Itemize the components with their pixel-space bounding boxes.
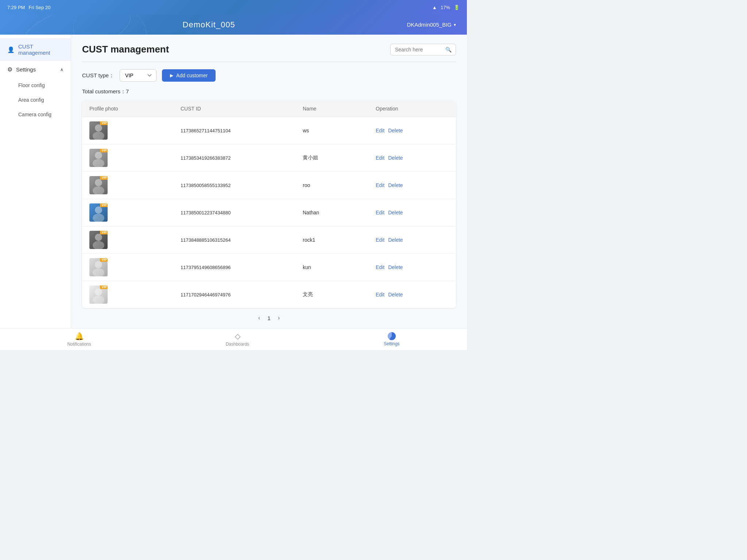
vip-badge: VIP [100, 203, 108, 207]
add-customer-button[interactable]: ▶ Add customer [162, 69, 216, 82]
table-row: VIP 1171702946446974976 文亮 Edit Delete [82, 281, 456, 308]
delete-button[interactable]: Delete [388, 264, 403, 270]
nav-dashboards[interactable]: ◇ Dashboards [226, 332, 249, 347]
operation-cell: Edit Delete [376, 128, 449, 133]
table-row: VIP 1173853419266383872 黄小姐 Edit Delete [82, 144, 456, 172]
profile-cell: VIP [89, 231, 181, 249]
delete-button[interactable]: Delete [388, 155, 403, 161]
sidebar-item-settings[interactable]: ⚙ Settings ∧ [0, 61, 71, 78]
profile-cell: VIP [89, 149, 181, 167]
name-cell: Nathan [303, 210, 376, 215]
svg-point-8 [95, 234, 102, 241]
camera-config-label: Camera config [18, 112, 51, 117]
delete-button[interactable]: Delete [388, 292, 403, 298]
floor-config-label: Floor config [18, 82, 45, 88]
table-row: VIP 1173850058555133952 roo Edit Delete [82, 172, 456, 199]
cust-id-cell: 1173850058555133952 [181, 183, 303, 188]
main-layout: 👤 CUST management ⚙ Settings ∧ Floor con… [0, 35, 467, 328]
svg-point-4 [95, 179, 102, 186]
area-config-label: Area config [18, 97, 44, 103]
svg-point-0 [95, 124, 102, 132]
vip-badge: VIP [100, 121, 108, 125]
avatar: VIP [89, 285, 108, 304]
svg-point-11 [93, 268, 104, 276]
svg-point-1 [93, 132, 104, 140]
avatar: VIP [89, 231, 108, 249]
chevron-up-icon: ∧ [60, 67, 63, 72]
edit-button[interactable]: Edit [376, 264, 384, 270]
name-cell: rock1 [303, 237, 376, 243]
user-menu[interactable]: DKAdmin005_BIG ▾ [407, 22, 456, 28]
svg-point-6 [95, 206, 102, 214]
sidebar-item-area-config[interactable]: Area config [0, 93, 71, 107]
sidebar-item-floor-config[interactable]: Floor config [0, 78, 71, 93]
nav-settings[interactable]: Settings [384, 332, 399, 346]
current-page: 1 [267, 315, 270, 321]
col-profile-photo: Profile photo [89, 106, 181, 112]
pie-chart-icon [388, 332, 396, 340]
vip-badge: VIP [100, 285, 108, 289]
next-page-button[interactable]: › [278, 315, 280, 321]
controls-row: CUST type： VIP Regular ▶ Add customer [82, 69, 456, 82]
avatar: VIP [89, 121, 108, 140]
profile-cell: VIP [89, 285, 181, 304]
cust-id-cell: 1173853419266383872 [181, 155, 303, 161]
edit-button[interactable]: Edit [376, 128, 384, 133]
vip-badge: VIP [100, 258, 108, 262]
edit-button[interactable]: Edit [376, 182, 384, 188]
nav-notifications[interactable]: 🔔 Notifications [67, 332, 91, 347]
chevron-down-icon: ▾ [454, 22, 456, 27]
play-icon: ▶ [170, 73, 173, 78]
sidebar-item-camera-config[interactable]: Camera config [0, 107, 71, 122]
operation-cell: Edit Delete [376, 210, 449, 215]
vip-badge: VIP [100, 231, 108, 234]
operation-cell: Edit Delete [376, 182, 449, 188]
user-icon: 👤 [7, 46, 15, 53]
edit-button[interactable]: Edit [376, 292, 384, 298]
svg-point-5 [93, 186, 104, 194]
delete-button[interactable]: Delete [388, 182, 403, 188]
edit-button[interactable]: Edit [376, 210, 384, 215]
table-row: VIP 1173848885106315264 rock1 Edit Delet… [82, 226, 456, 254]
delete-button[interactable]: Delete [388, 128, 403, 133]
name-cell: 黄小姐 [303, 155, 376, 161]
nav-settings-label: Settings [384, 341, 399, 346]
profile-cell: VIP [89, 176, 181, 194]
settings-icon: ⚙ [7, 66, 12, 73]
app-title: DemoKit_005 [183, 20, 235, 30]
settings-label: Settings [16, 66, 36, 73]
avatar: VIP [89, 176, 108, 194]
delete-button[interactable]: Delete [388, 237, 403, 243]
operation-cell: Edit Delete [376, 264, 449, 270]
col-cust-id: CUST ID [181, 106, 303, 112]
delete-button[interactable]: Delete [388, 210, 403, 215]
sidebar-item-cust-management[interactable]: 👤 CUST management [0, 38, 71, 61]
add-customer-label: Add customer [176, 73, 208, 78]
cust-id-cell: 1173850012237434880 [181, 210, 303, 215]
operation-cell: Edit Delete [376, 292, 449, 298]
diamond-icon: ◇ [235, 332, 240, 341]
prev-page-button[interactable]: ‹ [258, 315, 260, 321]
cust-type-label: CUST type： [82, 72, 114, 79]
vip-badge: VIP [100, 149, 108, 152]
profile-cell: VIP [89, 258, 181, 276]
edit-button[interactable]: Edit [376, 155, 384, 161]
cust-management-label: CUST management [18, 43, 63, 56]
nav-dashboards-label: Dashboards [226, 342, 249, 347]
table-row: VIP 1173795149608656896 kun Edit Delete [82, 254, 456, 281]
battery: 17% [441, 5, 450, 10]
content-area: CUST management 🔍 CUST type： VIP Regular… [71, 35, 467, 328]
search-input[interactable] [395, 47, 442, 52]
table-row: VIP 1173865271144751104 ws Edit Delete [82, 117, 456, 144]
bottom-navigation: 🔔 Notifications ◇ Dashboards Settings [0, 328, 467, 350]
cust-type-select[interactable]: VIP Regular [120, 69, 156, 82]
profile-cell: VIP [89, 121, 181, 140]
search-box[interactable]: 🔍 [390, 44, 456, 55]
col-operation: Operation [376, 106, 449, 112]
edit-button[interactable]: Edit [376, 237, 384, 243]
nav-notifications-label: Notifications [67, 342, 91, 347]
svg-point-3 [93, 159, 104, 167]
header: DemoKit_005 DKAdmin005_BIG ▾ [0, 15, 467, 35]
search-icon: 🔍 [445, 47, 452, 52]
avatar: VIP [89, 149, 108, 167]
